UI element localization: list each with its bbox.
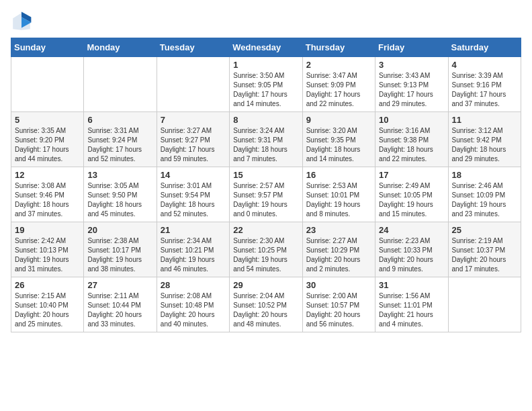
calendar-cell: 12Sunrise: 3:08 AM Sunset: 9:46 PM Dayli… — [11, 167, 84, 222]
day-of-week-header: Tuesday — [157, 38, 229, 57]
calendar-cell: 29Sunrise: 2:04 AM Sunset: 10:52 PM Dayl… — [230, 277, 302, 332]
day-info: Sunrise: 2:15 AM Sunset: 10:40 PM Daylig… — [15, 291, 80, 329]
day-number: 14 — [161, 170, 226, 180]
calendar-cell: 23Sunrise: 2:27 AM Sunset: 10:29 PM Dayl… — [302, 222, 375, 277]
calendar-cell: 19Sunrise: 2:42 AM Sunset: 10:13 PM Dayl… — [11, 222, 84, 277]
day-info: Sunrise: 2:53 AM Sunset: 10:01 PM Daylig… — [306, 181, 371, 219]
calendar-cell: 21Sunrise: 2:34 AM Sunset: 10:21 PM Dayl… — [157, 222, 229, 277]
day-number: 12 — [15, 170, 80, 180]
calendar-cell: 2Sunrise: 3:47 AM Sunset: 9:09 PM Daylig… — [302, 57, 375, 112]
calendar-cell: 1Sunrise: 3:50 AM Sunset: 9:05 PM Daylig… — [230, 57, 302, 112]
calendar-cell: 18Sunrise: 2:46 AM Sunset: 10:09 PM Dayl… — [448, 167, 521, 222]
day-number: 13 — [87, 170, 152, 180]
day-of-week-header: Saturday — [448, 38, 521, 57]
day-number: 8 — [233, 115, 298, 125]
calendar-cell: 27Sunrise: 2:11 AM Sunset: 10:44 PM Dayl… — [84, 277, 157, 332]
day-info: Sunrise: 2:19 AM Sunset: 10:37 PM Daylig… — [452, 236, 517, 274]
calendar-cell: 6Sunrise: 3:31 AM Sunset: 9:24 PM Daylig… — [84, 112, 157, 167]
day-number: 3 — [379, 60, 444, 70]
day-info: Sunrise: 2:27 AM Sunset: 10:29 PM Daylig… — [306, 236, 371, 274]
day-info: Sunrise: 3:50 AM Sunset: 9:05 PM Dayligh… — [233, 71, 298, 109]
day-number: 31 — [379, 280, 444, 290]
day-number: 23 — [306, 225, 371, 235]
day-info: Sunrise: 3:01 AM Sunset: 9:54 PM Dayligh… — [161, 181, 226, 219]
day-info: Sunrise: 2:08 AM Sunset: 10:48 PM Daylig… — [161, 291, 226, 329]
day-number: 21 — [161, 225, 226, 235]
day-info: Sunrise: 3:39 AM Sunset: 9:16 PM Dayligh… — [452, 71, 517, 109]
day-of-week-header: Friday — [375, 38, 448, 57]
day-info: Sunrise: 3:24 AM Sunset: 9:31 PM Dayligh… — [233, 126, 298, 164]
calendar-cell: 13Sunrise: 3:05 AM Sunset: 9:50 PM Dayli… — [84, 167, 157, 222]
day-number: 27 — [87, 280, 152, 290]
day-number: 7 — [161, 115, 226, 125]
calendar-cell: 31Sunrise: 1:56 AM Sunset: 11:01 PM Dayl… — [375, 277, 448, 332]
day-info: Sunrise: 2:34 AM Sunset: 10:21 PM Daylig… — [161, 236, 226, 274]
day-number: 20 — [87, 225, 152, 235]
calendar-week-row: 12Sunrise: 3:08 AM Sunset: 9:46 PM Dayli… — [11, 167, 521, 222]
day-info: Sunrise: 2:38 AM Sunset: 10:17 PM Daylig… — [87, 236, 152, 274]
day-number: 19 — [15, 225, 80, 235]
day-info: Sunrise: 2:42 AM Sunset: 10:13 PM Daylig… — [15, 236, 80, 274]
calendar-week-row: 19Sunrise: 2:42 AM Sunset: 10:13 PM Dayl… — [11, 222, 521, 277]
day-info: Sunrise: 3:43 AM Sunset: 9:13 PM Dayligh… — [379, 71, 444, 109]
day-number: 22 — [233, 225, 298, 235]
calendar-cell: 20Sunrise: 2:38 AM Sunset: 10:17 PM Dayl… — [84, 222, 157, 277]
calendar-cell: 14Sunrise: 3:01 AM Sunset: 9:54 PM Dayli… — [157, 167, 229, 222]
day-info: Sunrise: 2:49 AM Sunset: 10:05 PM Daylig… — [379, 181, 444, 219]
day-info: Sunrise: 3:27 AM Sunset: 9:27 PM Dayligh… — [161, 126, 226, 164]
day-of-week-header: Wednesday — [230, 38, 302, 57]
day-number: 29 — [233, 280, 298, 290]
calendar-week-row: 1Sunrise: 3:50 AM Sunset: 9:05 PM Daylig… — [11, 57, 521, 112]
day-number: 1 — [233, 60, 298, 70]
calendar-week-row: 5Sunrise: 3:35 AM Sunset: 9:20 PM Daylig… — [11, 112, 521, 167]
calendar-cell: 26Sunrise: 2:15 AM Sunset: 10:40 PM Dayl… — [11, 277, 84, 332]
calendar-cell: 28Sunrise: 2:08 AM Sunset: 10:48 PM Dayl… — [157, 277, 229, 332]
day-number: 6 — [87, 115, 152, 125]
day-number: 30 — [306, 280, 371, 290]
day-info: Sunrise: 2:00 AM Sunset: 10:57 PM Daylig… — [306, 291, 371, 329]
logo — [11, 11, 35, 32]
calendar-cell: 25Sunrise: 2:19 AM Sunset: 10:37 PM Dayl… — [448, 222, 521, 277]
day-info: Sunrise: 3:08 AM Sunset: 9:46 PM Dayligh… — [15, 181, 80, 219]
calendar-cell: 7Sunrise: 3:27 AM Sunset: 9:27 PM Daylig… — [157, 112, 229, 167]
day-info: Sunrise: 2:46 AM Sunset: 10:09 PM Daylig… — [452, 181, 517, 219]
calendar-table: SundayMondayTuesdayWednesdayThursdayFrid… — [11, 38, 521, 332]
day-number: 18 — [452, 170, 517, 180]
day-number: 26 — [15, 280, 80, 290]
calendar-cell — [84, 57, 157, 112]
day-of-week-header: Monday — [84, 38, 157, 57]
day-of-week-header: Sunday — [11, 38, 84, 57]
day-number: 17 — [379, 170, 444, 180]
day-info: Sunrise: 3:47 AM Sunset: 9:09 PM Dayligh… — [306, 71, 371, 109]
day-number: 10 — [379, 115, 444, 125]
day-info: Sunrise: 2:30 AM Sunset: 10:25 PM Daylig… — [233, 236, 298, 274]
day-info: Sunrise: 3:20 AM Sunset: 9:35 PM Dayligh… — [306, 126, 371, 164]
day-of-week-header: Thursday — [302, 38, 375, 57]
day-info: Sunrise: 2:11 AM Sunset: 10:44 PM Daylig… — [87, 291, 152, 329]
calendar-cell: 9Sunrise: 3:20 AM Sunset: 9:35 PM Daylig… — [302, 112, 375, 167]
calendar-cell: 8Sunrise: 3:24 AM Sunset: 9:31 PM Daylig… — [230, 112, 302, 167]
calendar-cell: 24Sunrise: 2:23 AM Sunset: 10:33 PM Dayl… — [375, 222, 448, 277]
day-number: 11 — [452, 115, 517, 125]
calendar-cell: 22Sunrise: 2:30 AM Sunset: 10:25 PM Dayl… — [230, 222, 302, 277]
calendar-cell: 16Sunrise: 2:53 AM Sunset: 10:01 PM Dayl… — [302, 167, 375, 222]
day-number: 15 — [233, 170, 298, 180]
day-info: Sunrise: 2:04 AM Sunset: 10:52 PM Daylig… — [233, 291, 298, 329]
day-info: Sunrise: 3:31 AM Sunset: 9:24 PM Dayligh… — [87, 126, 152, 164]
calendar-week-row: 26Sunrise: 2:15 AM Sunset: 10:40 PM Dayl… — [11, 277, 521, 332]
day-info: Sunrise: 3:12 AM Sunset: 9:42 PM Dayligh… — [452, 126, 517, 164]
calendar-cell: 5Sunrise: 3:35 AM Sunset: 9:20 PM Daylig… — [11, 112, 84, 167]
calendar-cell — [448, 277, 521, 332]
day-number: 9 — [306, 115, 371, 125]
day-info: Sunrise: 2:57 AM Sunset: 9:57 PM Dayligh… — [233, 181, 298, 219]
page-header — [11, 11, 521, 32]
calendar-cell — [11, 57, 84, 112]
logo-icon — [11, 11, 32, 32]
calendar-header: SundayMondayTuesdayWednesdayThursdayFrid… — [11, 38, 521, 57]
calendar-cell — [157, 57, 229, 112]
day-number: 2 — [306, 60, 371, 70]
calendar-cell: 30Sunrise: 2:00 AM Sunset: 10:57 PM Dayl… — [302, 277, 375, 332]
calendar-cell: 4Sunrise: 3:39 AM Sunset: 9:16 PM Daylig… — [448, 57, 521, 112]
day-info: Sunrise: 3:05 AM Sunset: 9:50 PM Dayligh… — [87, 181, 152, 219]
day-info: Sunrise: 3:35 AM Sunset: 9:20 PM Dayligh… — [15, 126, 80, 164]
